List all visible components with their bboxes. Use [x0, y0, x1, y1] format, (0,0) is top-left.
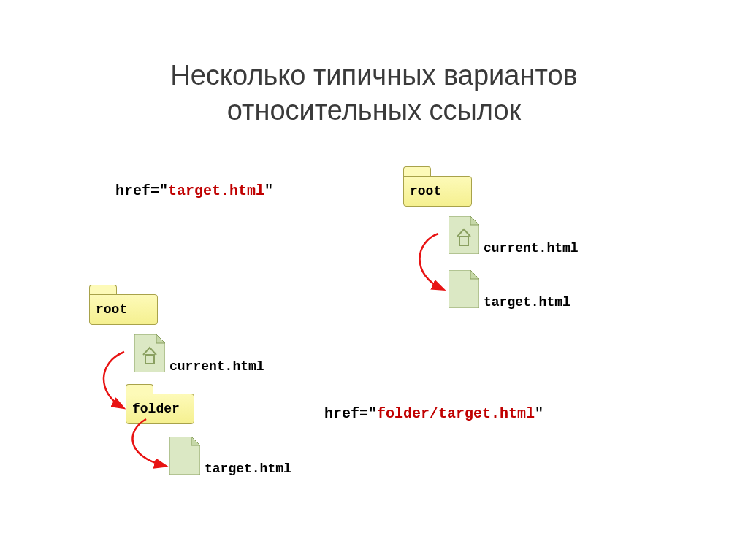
quote-open: ": [368, 405, 377, 422]
title-line1: Несколько типичных вариантов: [170, 60, 577, 91]
href-value-2: folder/target.html: [377, 405, 535, 422]
file-label-current-1: current.html: [484, 241, 579, 256]
file-icon-current-2: [134, 334, 165, 372]
arrow-2b: [124, 416, 175, 475]
code-example-1: href="target.html": [115, 183, 273, 199]
folder-icon-root-2: root: [89, 285, 159, 326]
svg-marker-6: [156, 334, 165, 343]
page-title: Несколько типичных вариантов относительн…: [0, 58, 748, 128]
svg-marker-9: [191, 437, 200, 445]
folder-label: root: [410, 184, 441, 199]
file-icon-target-2: [169, 437, 200, 475]
folder-icon-sub: folder: [126, 384, 196, 425]
quote-close: ": [535, 405, 543, 422]
title-line2: относительных ссылок: [227, 95, 521, 126]
file-icon-current-1: [449, 216, 479, 254]
quote-close: ": [264, 183, 273, 199]
href-keyword: href=: [115, 183, 159, 199]
folder-icon-root-1: root: [403, 166, 473, 207]
folder-label: root: [96, 302, 127, 317]
svg-marker-1: [470, 216, 479, 225]
arrow-1: [409, 231, 453, 296]
href-keyword: href=: [324, 405, 368, 422]
folder-label: folder: [132, 402, 180, 416]
svg-marker-4: [470, 270, 479, 279]
file-label-target-2: target.html: [205, 461, 291, 476]
file-label-current-2: current.html: [169, 359, 264, 374]
quote-open: ": [159, 183, 168, 199]
file-label-target-1: target.html: [484, 295, 570, 310]
code-example-2: href="folder/target.html": [324, 405, 543, 422]
file-icon-target-1: [449, 270, 479, 308]
href-value-1: target.html: [168, 183, 264, 199]
